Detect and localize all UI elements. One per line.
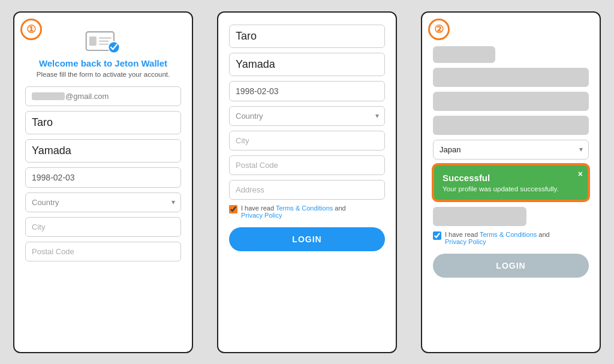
country-select-3[interactable]: Japan USA <box>433 140 589 160</box>
terms-link-2[interactable]: Terms & Conditions <box>276 204 333 212</box>
postal-input[interactable] <box>25 242 181 261</box>
terms-link-3[interactable]: Terms & Conditions <box>480 231 537 238</box>
first-name-input-2[interactable] <box>229 25 385 48</box>
dob-input-2[interactable] <box>229 81 385 101</box>
country-select[interactable]: Country Japan USA <box>25 192 181 212</box>
privacy-link-3[interactable]: Privacy Policy <box>445 238 486 245</box>
terms-row-2: I have read Terms & Conditions and Priva… <box>229 204 385 219</box>
close-icon[interactable]: × <box>578 169 583 179</box>
gray-field-1 <box>433 68 589 87</box>
country-select-wrapper-2: Country Japan USA <box>229 106 385 126</box>
last-name-input-2[interactable] <box>229 53 385 76</box>
gray-field-2 <box>433 92 589 111</box>
email-blur <box>32 92 65 100</box>
gray-field-4 <box>433 207 526 226</box>
id-icon <box>25 29 181 53</box>
gray-field-3 <box>433 116 589 135</box>
success-msg: Your profile was updated successfully. <box>443 185 579 192</box>
email-suffix: @gmail.com <box>65 92 109 101</box>
step-badge-2: ② <box>428 19 450 40</box>
gray-field-email <box>433 46 495 63</box>
country-select-2[interactable]: Country Japan USA <box>229 106 385 126</box>
svg-rect-1 <box>89 36 97 45</box>
postal-input-2[interactable] <box>229 155 385 175</box>
terms-checkbox-2[interactable] <box>229 205 237 213</box>
screen-2: Country Japan USA I have read Terms & Co… <box>217 11 397 353</box>
screen-3: ② Japan USA × Successful Your profile wa… <box>421 11 601 353</box>
welcome-sub: Please fill the form to activate your ac… <box>25 71 181 78</box>
country-select-wrapper: Country Japan USA <box>25 192 181 212</box>
city-input-2[interactable] <box>229 131 385 151</box>
step-badge-1: ① <box>20 19 42 40</box>
terms-row-3: I have read Terms & Conditions and Priva… <box>433 231 589 245</box>
welcome-title: Welcome back to Jeton Wallet <box>25 58 181 68</box>
success-notification: × Successful Your profile was updated su… <box>433 164 589 201</box>
terms-text-2: I have read Terms & Conditions and Priva… <box>241 204 346 219</box>
first-name-input[interactable] <box>25 111 181 134</box>
privacy-link-2[interactable]: Privacy Policy <box>241 212 282 219</box>
screen-1: ① Welcome back to Jeton Wallet Please fi… <box>13 11 193 353</box>
dob-input[interactable] <box>25 167 181 188</box>
last-name-input[interactable] <box>25 139 181 163</box>
city-input[interactable] <box>25 217 181 237</box>
login-button-3[interactable]: LOGIN <box>433 254 589 278</box>
terms-text-3: I have read Terms & Conditions and Priva… <box>445 231 550 245</box>
japan-select-wrapper: Japan USA <box>433 140 589 160</box>
login-button-2[interactable]: LOGIN <box>229 227 385 251</box>
success-title: Successful <box>443 173 579 183</box>
address-input[interactable] <box>229 180 385 200</box>
terms-checkbox-3[interactable] <box>433 231 441 240</box>
email-field-display[interactable]: @gmail.com <box>25 86 181 106</box>
